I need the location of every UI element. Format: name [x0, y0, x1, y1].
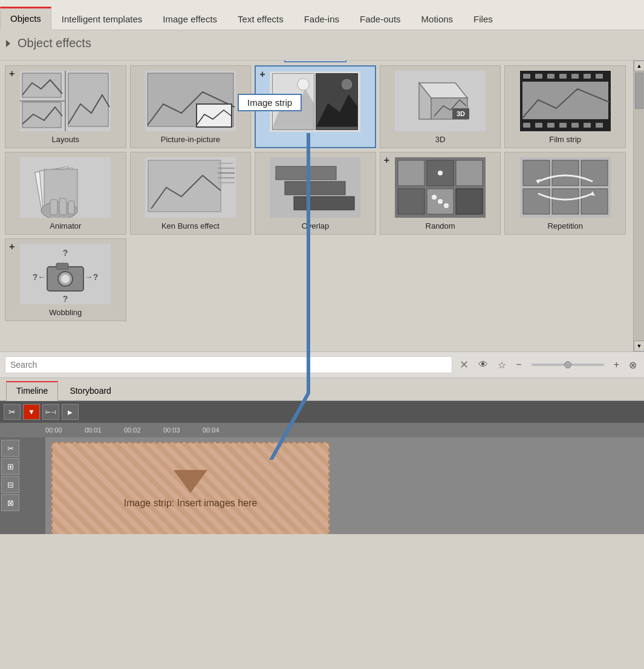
tab-fade-ins[interactable]: Fade-ins [294, 8, 350, 30]
tab-motions[interactable]: Motions [411, 8, 464, 30]
svg-point-64 [432, 195, 437, 200]
pip-svg [145, 71, 236, 131]
tab-timeline[interactable]: Timeline [6, 381, 58, 401]
effects-grid: + Layou [5, 65, 628, 321]
tab-image-effects[interactable]: Image effects [152, 8, 227, 30]
svg-rect-5 [68, 73, 108, 126]
effect-random[interactable]: + [380, 152, 501, 235]
cut-tool-button[interactable]: ✂ [4, 404, 21, 420]
effects-area: + Layou [0, 60, 644, 351]
ruler-mark-0: 00:00 [45, 426, 85, 434]
svg-text:?: ? [63, 294, 68, 304]
add-icon-strip: + [259, 69, 265, 80]
zoom-in-button[interactable]: + [611, 358, 622, 371]
repetition-thumb [520, 157, 611, 218]
pip-label: Picture-in-picture [161, 135, 220, 144]
overlap-svg [270, 157, 360, 218]
effect-repetition[interactable]: Repetition [504, 152, 626, 235]
search-input[interactable] [5, 356, 452, 373]
timeline-tabs-bar: Timeline Storyboard [0, 378, 644, 401]
strip-left-svg [273, 74, 314, 126]
add-icon-random: + [384, 155, 389, 166]
effect-image-strip[interactable]: + [255, 65, 376, 148]
tab-text-effects[interactable]: Text effects [227, 8, 294, 30]
scrollbar[interactable]: ▲ ▼ [633, 60, 644, 351]
svg-rect-57 [398, 160, 424, 186]
tab-intelligent-templates[interactable]: Intelligent templates [51, 8, 152, 30]
effect-overlap[interactable]: Overlap [255, 152, 376, 235]
svg-rect-44 [68, 201, 74, 214]
zoom-slider-thumb[interactable] [564, 361, 571, 368]
clear-search-button[interactable]: ✕ [457, 357, 471, 373]
marker-button[interactable]: ▼ [23, 404, 40, 420]
split-button[interactable]: ⊢⊣ [42, 404, 59, 420]
svg-text:3D: 3D [457, 110, 465, 117]
scroll-down-button[interactable]: ▼ [634, 341, 644, 351]
top-nav: Objects Intelligent templates Image effe… [0, 0, 644, 30]
collapse-triangle[interactable] [6, 40, 10, 47]
zoom-out-button[interactable]: − [513, 358, 524, 371]
svg-rect-60 [398, 189, 424, 214]
svg-rect-26 [571, 74, 579, 79]
tab-files[interactable]: Files [463, 8, 503, 30]
svg-rect-73 [581, 189, 608, 214]
svg-rect-68 [523, 160, 550, 186]
svg-point-66 [444, 203, 449, 208]
svg-text:?←: ?← [33, 272, 47, 282]
effect-film-strip[interactable]: Film strip [504, 65, 626, 148]
drop-zone-label: Image strip: Insert images here [124, 498, 258, 509]
timeline-align-icon[interactable]: ⊟ [1, 476, 19, 493]
effect-animator[interactable]: Animator [5, 152, 126, 235]
timeline-tracks[interactable]: Image strip: Insert images here [45, 437, 644, 534]
section-header-bar: Object effects [0, 30, 644, 60]
svg-rect-80 [56, 263, 68, 269]
svg-rect-34 [571, 123, 579, 128]
svg-rect-35 [584, 123, 591, 128]
add-icon-wobble: + [9, 241, 15, 252]
animator-label: Animator [50, 221, 81, 230]
ken-burns-label: Ken Burns effect [161, 221, 220, 230]
random-svg [395, 157, 486, 218]
effect-3d[interactable]: 3D 3D [380, 65, 501, 148]
effect-pip[interactable]: Picture-in-picture [130, 65, 252, 148]
ruler-mark-4: 00:04 [203, 426, 242, 434]
star-icon[interactable]: ☆ [495, 358, 509, 372]
ruler-mark-3: 00:03 [163, 426, 203, 434]
effect-ken-burns[interactable]: Ken Burns effect [130, 152, 252, 235]
eye-icon[interactable]: 👁 [476, 358, 490, 371]
svg-rect-24 [547, 74, 555, 79]
settings-icon[interactable]: ⊗ [626, 358, 639, 372]
timeline-group-icon[interactable]: ⊞ [1, 458, 19, 475]
add-icon: + [9, 68, 15, 79]
scroll-track[interactable] [634, 71, 644, 341]
ruler-mark-2: 00:02 [124, 426, 163, 434]
timeline-cut-icon[interactable]: ✂ [1, 440, 19, 457]
timeline-content: ✂ ⊞ ⊟ ⊠ Image strip: Insert images here [0, 437, 644, 534]
playhead-button[interactable]: ▶ [62, 404, 79, 420]
svg-rect-28 [596, 74, 603, 79]
timeline-trim-icon[interactable]: ⊠ [1, 494, 19, 511]
film-strip-thumb [520, 71, 611, 131]
random-thumb [395, 157, 486, 218]
layouts-svg [20, 71, 111, 131]
strip-thumb-area [270, 71, 360, 132]
tab-objects[interactable]: Objects [0, 7, 51, 30]
repetition-label: Repetition [547, 221, 583, 230]
svg-rect-62 [456, 189, 483, 214]
overlap-label: Overlap [302, 221, 330, 230]
svg-rect-27 [584, 74, 591, 79]
3d-svg: 3D [395, 71, 486, 131]
tab-fade-outs[interactable]: Fade-outs [350, 8, 411, 30]
zoom-slider-track[interactable] [532, 364, 604, 366]
image-strip-drop-zone[interactable]: Image strip: Insert images here [51, 442, 330, 534]
svg-point-11 [298, 79, 309, 90]
wobbling-label: Wobbling [49, 308, 82, 317]
tab-storyboard[interactable]: Storyboard [59, 382, 121, 401]
scroll-thumb[interactable] [635, 73, 643, 109]
pip-thumb [145, 71, 236, 131]
ken-burns-svg [145, 157, 236, 218]
scroll-up-button[interactable]: ▲ [634, 60, 644, 71]
effect-wobbling[interactable]: + ? ?← →? ? [5, 238, 126, 321]
svg-rect-33 [559, 123, 567, 128]
effect-layouts[interactable]: + Layou [5, 65, 126, 148]
